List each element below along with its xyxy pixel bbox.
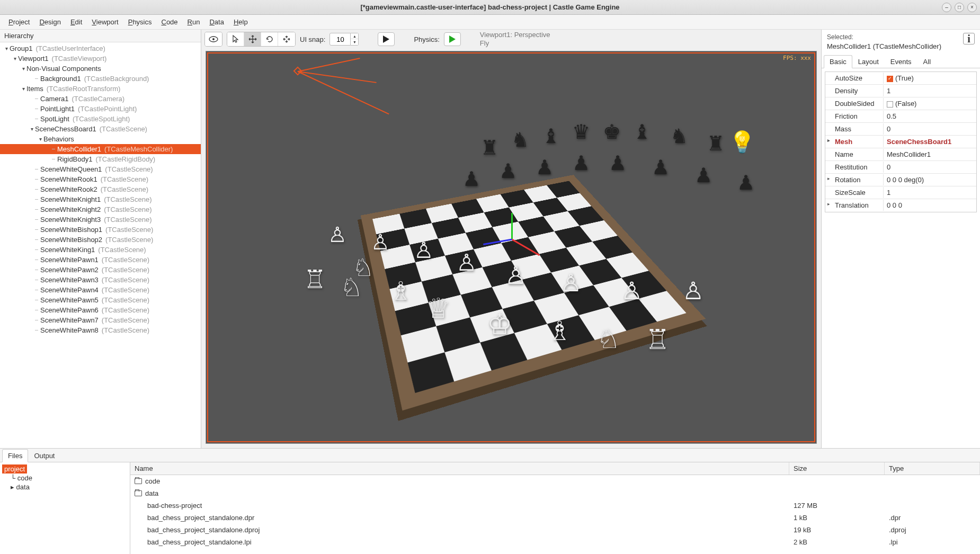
prop-friction[interactable]: Friction0.5 xyxy=(825,110,976,123)
hierarchy-item-scenewhiteknight1[interactable]: ▸SceneWhiteKnight1(TCastleScene) xyxy=(0,194,201,204)
directory-tree[interactable]: project└ code▸ data xyxy=(0,462,130,554)
play-icon xyxy=(383,35,389,43)
prop-autosize[interactable]: AutoSize(True) xyxy=(825,72,976,85)
hierarchy-item-spotlight[interactable]: ▸SpotLight(TCastleSpotLight) xyxy=(0,114,201,124)
menu-help[interactable]: Help xyxy=(229,16,252,28)
hierarchy-item-scenechessboard1[interactable]: ▾SceneChessBoard1(TCastleScene) xyxy=(0,124,201,134)
hierarchy-item-scenewhiteking1[interactable]: ▸SceneWhiteKing1(TCastleScene) xyxy=(0,245,201,255)
hierarchy-item-scenewhitepawn8[interactable]: ▸SceneWhitePawn8(TCastleScene) xyxy=(0,325,201,335)
hierarchy-item-camera1[interactable]: ▸Camera1(TCastleCamera) xyxy=(0,94,201,104)
toggle-visibility-button[interactable] xyxy=(205,32,222,46)
viewport-info: Viewport1: Perspective Fly xyxy=(480,31,550,47)
dir-data[interactable]: ▸ data xyxy=(10,482,128,492)
hierarchy-item-scenewhiteknight2[interactable]: ▸SceneWhiteKnight2(TCastleScene) xyxy=(0,204,201,215)
menu-code[interactable]: Code xyxy=(157,16,182,28)
menu-project[interactable]: Project xyxy=(4,16,34,28)
select-tool-button[interactable] xyxy=(227,32,244,46)
folder-icon xyxy=(135,478,142,484)
cursor-icon xyxy=(232,35,239,43)
hierarchy-item-scenewhitepawn5[interactable]: ▸SceneWhitePawn5(TCastleScene) xyxy=(0,295,201,305)
hierarchy-item-scenewhitebishop1[interactable]: ▸SceneWhiteBishop1(TCastleScene) xyxy=(0,225,201,235)
camera-frustum-icon xyxy=(298,71,404,124)
ui-snap-spinner[interactable]: ▲▼ xyxy=(351,33,359,46)
hierarchy-item-scenewhitepawn7[interactable]: ▸SceneWhitePawn7(TCastleScene) xyxy=(0,315,201,325)
hierarchy-item-group1[interactable]: ▾Group1(TCastleUserInterface) xyxy=(0,43,201,53)
inspector-tab-events[interactable]: Events xyxy=(885,55,917,68)
selected-label: Selected: xyxy=(827,33,941,42)
hierarchy-item-scenewhiterook2[interactable]: ▸SceneWhiteRook2(TCastleScene) xyxy=(0,184,201,194)
hierarchy-item-behaviors[interactable]: ▾Behaviors xyxy=(0,134,201,144)
rotate-icon xyxy=(265,35,274,43)
move-tool-button[interactable] xyxy=(244,32,261,46)
scale-tool-button[interactable] xyxy=(278,32,295,46)
hierarchy-item-rigidbody1[interactable]: ▸RigidBody1(TCastleRigidBody) xyxy=(0,154,201,164)
menu-run[interactable]: Run xyxy=(183,16,204,28)
titlebar: [*gameviewmain.castle-user-interface] ba… xyxy=(0,0,980,15)
file-code[interactable]: code xyxy=(130,475,980,487)
hierarchy-item-scenewhitepawn6[interactable]: ▸SceneWhitePawn6(TCastleScene) xyxy=(0,305,201,315)
file-bad_chess_project_standalone.dpr[interactable]: bad_chess_project_standalone.dpr1 kB.dpr xyxy=(130,512,980,524)
ui-snap-label: UI snap: xyxy=(300,35,325,43)
prop-name[interactable]: NameMeshCollider1 xyxy=(825,148,976,161)
info-button[interactable]: i xyxy=(963,33,975,44)
physics-play-button[interactable] xyxy=(444,32,461,46)
hierarchy-item-background1[interactable]: ▸Background1(TCastleBackground) xyxy=(0,74,201,84)
file-data[interactable]: data xyxy=(130,487,980,499)
prop-doublesided[interactable]: DoubleSided(False) xyxy=(825,97,976,110)
hierarchy-item-scenewhitebishop2[interactable]: ▸SceneWhiteBishop2(TCastleScene) xyxy=(0,235,201,245)
close-button[interactable]: × xyxy=(967,3,977,12)
inspector-tab-basic[interactable]: Basic xyxy=(824,55,852,68)
viewport-3d[interactable]: FPS: xxx 💡 ♜ ♞ ♝ ♛ ♚ ♝ ♞ ♜ ♟ xyxy=(206,51,817,444)
hierarchy-item-scenewhitequeen1[interactable]: ▸SceneWhiteQueen1(TCastleScene) xyxy=(0,164,201,174)
menu-edit[interactable]: Edit xyxy=(66,16,86,28)
hierarchy-item-pointlight1[interactable]: ▸PointLight1(TCastlePointLight) xyxy=(0,104,201,114)
inspector-tabs: BasicLayoutEventsAll xyxy=(822,55,980,68)
file-bad_chess_project_standalone.dproj[interactable]: bad_chess_project_standalone.dproj19 kB.… xyxy=(130,524,980,536)
menu-design[interactable]: Design xyxy=(35,16,65,28)
maximize-button[interactable]: □ xyxy=(955,3,964,12)
inspector-tab-layout[interactable]: Layout xyxy=(852,55,885,68)
hierarchy-item-scenewhitepawn2[interactable]: ▸SceneWhitePawn2(TCastleScene) xyxy=(0,265,201,275)
file-bad_chess_project_standalone.lpi[interactable]: bad_chess_project_standalone.lpi2 kB.lpi xyxy=(130,536,980,548)
selected-name: MeshCollider1 (TCastleMeshCollider) xyxy=(827,42,941,51)
physics-label: Physics: xyxy=(414,35,439,43)
hierarchy-item-viewport1[interactable]: ▾Viewport1(TCastleViewport) xyxy=(0,53,201,64)
hierarchy-item-non-visual components[interactable]: ▾Non-Visual Components xyxy=(0,64,201,74)
hierarchy-item-scenewhiteknight3[interactable]: ▸SceneWhiteKnight3(TCastleScene) xyxy=(0,215,201,225)
hierarchy-tree[interactable]: ▾Group1(TCastleUserInterface)▾Viewport1(… xyxy=(0,42,201,448)
eye-icon xyxy=(209,36,218,42)
bottom-tabs: FilesOutput xyxy=(0,449,980,462)
fps-label: FPS: xxx xyxy=(783,55,811,61)
hierarchy-title: Hierarchy xyxy=(0,30,201,42)
hierarchy-item-scenewhitepawn3[interactable]: ▸SceneWhitePawn3(TCastleScene) xyxy=(0,275,201,285)
menu-physics[interactable]: Physics xyxy=(124,16,156,28)
file-bad-chess-project[interactable]: bad-chess-project127 MB xyxy=(130,499,980,512)
prop-density[interactable]: Density1 xyxy=(825,85,976,97)
prop-translation[interactable]: ▸Translation0 0 0 xyxy=(825,199,976,212)
dir-code[interactable]: └ code xyxy=(10,473,128,482)
bottom-tab-files[interactable]: Files xyxy=(2,449,28,462)
prop-restitution[interactable]: Restitution0 xyxy=(825,161,976,174)
rotate-tool-button[interactable] xyxy=(261,32,278,46)
hierarchy-item-items[interactable]: ▾Items(TCastleRootTransform) xyxy=(0,84,201,94)
hierarchy-item-meshcollider1[interactable]: ▸MeshCollider1(TCastleMeshCollider) xyxy=(0,144,201,154)
prop-mass[interactable]: Mass0 xyxy=(825,123,976,136)
svg-point-1 xyxy=(212,38,215,40)
ui-snap-input[interactable] xyxy=(329,33,351,46)
prop-mesh[interactable]: ▸MeshSceneChessBoard1 xyxy=(825,136,976,148)
hierarchy-item-scenewhitepawn1[interactable]: ▸SceneWhitePawn1(TCastleScene) xyxy=(0,255,201,265)
menu-data[interactable]: Data xyxy=(205,16,228,28)
menu-viewport[interactable]: Viewport xyxy=(87,16,122,28)
file-list[interactable]: Name Size Type codedatabad-chess-project… xyxy=(130,462,980,554)
hierarchy-item-scenewhiterook1[interactable]: ▸SceneWhiteRook1(TCastleScene) xyxy=(0,174,201,184)
hierarchy-item-scenewhitepawn4[interactable]: ▸SceneWhitePawn4(TCastleScene) xyxy=(0,285,201,295)
prop-sizescale[interactable]: SizeScale1 xyxy=(825,186,976,199)
dir-project[interactable]: project xyxy=(2,464,27,473)
prop-rotation[interactable]: ▸Rotation0 0 0 deg(0) xyxy=(825,174,976,186)
folder-icon xyxy=(135,490,142,496)
bottom-tab-output[interactable]: Output xyxy=(28,449,60,462)
play-button[interactable] xyxy=(378,32,395,46)
property-table[interactable]: AutoSize(True)Density1DoubleSided(False)… xyxy=(825,72,977,212)
inspector-tab-all[interactable]: All xyxy=(917,55,937,68)
minimize-button[interactable]: – xyxy=(942,3,951,12)
